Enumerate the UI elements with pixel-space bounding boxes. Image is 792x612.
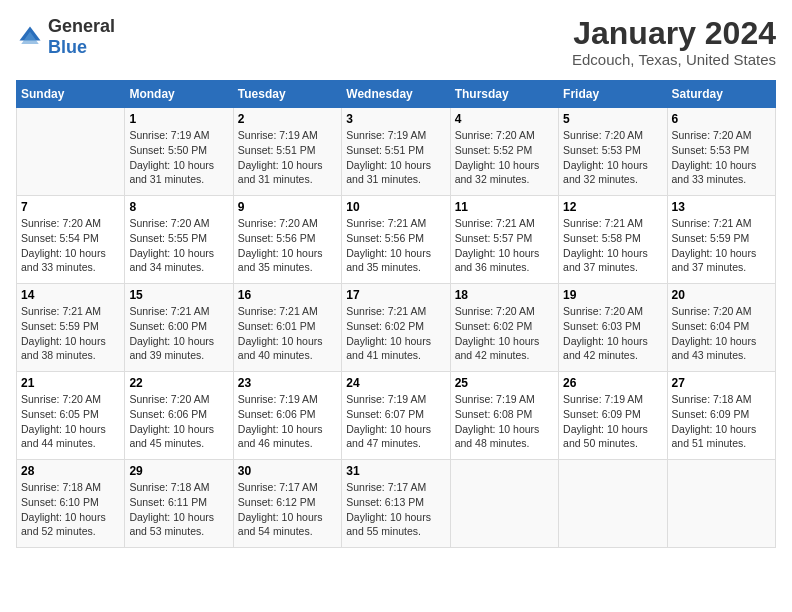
weekday-header-monday: Monday bbox=[125, 81, 233, 108]
day-detail: Sunrise: 7:20 AM Sunset: 5:53 PM Dayligh… bbox=[563, 128, 662, 187]
title-block: January 2024 Edcouch, Texas, United Stat… bbox=[572, 16, 776, 68]
calendar-table: SundayMondayTuesdayWednesdayThursdayFrid… bbox=[16, 80, 776, 548]
calendar-week-row: 7Sunrise: 7:20 AM Sunset: 5:54 PM Daylig… bbox=[17, 196, 776, 284]
day-number: 18 bbox=[455, 288, 554, 302]
day-number: 19 bbox=[563, 288, 662, 302]
day-number: 16 bbox=[238, 288, 337, 302]
day-detail: Sunrise: 7:19 AM Sunset: 6:07 PM Dayligh… bbox=[346, 392, 445, 451]
weekday-header-tuesday: Tuesday bbox=[233, 81, 341, 108]
day-detail: Sunrise: 7:20 AM Sunset: 6:03 PM Dayligh… bbox=[563, 304, 662, 363]
day-number: 7 bbox=[21, 200, 120, 214]
day-detail: Sunrise: 7:21 AM Sunset: 5:58 PM Dayligh… bbox=[563, 216, 662, 275]
day-number: 6 bbox=[672, 112, 771, 126]
day-detail: Sunrise: 7:19 AM Sunset: 5:50 PM Dayligh… bbox=[129, 128, 228, 187]
day-number: 28 bbox=[21, 464, 120, 478]
day-number: 23 bbox=[238, 376, 337, 390]
day-detail: Sunrise: 7:19 AM Sunset: 5:51 PM Dayligh… bbox=[346, 128, 445, 187]
main-title: January 2024 bbox=[572, 16, 776, 51]
day-number: 30 bbox=[238, 464, 337, 478]
calendar-cell: 16Sunrise: 7:21 AM Sunset: 6:01 PM Dayli… bbox=[233, 284, 341, 372]
day-number: 12 bbox=[563, 200, 662, 214]
calendar-cell: 23Sunrise: 7:19 AM Sunset: 6:06 PM Dayli… bbox=[233, 372, 341, 460]
day-detail: Sunrise: 7:21 AM Sunset: 6:01 PM Dayligh… bbox=[238, 304, 337, 363]
day-number: 17 bbox=[346, 288, 445, 302]
day-detail: Sunrise: 7:20 AM Sunset: 6:05 PM Dayligh… bbox=[21, 392, 120, 451]
calendar-cell: 2Sunrise: 7:19 AM Sunset: 5:51 PM Daylig… bbox=[233, 108, 341, 196]
calendar-cell: 7Sunrise: 7:20 AM Sunset: 5:54 PM Daylig… bbox=[17, 196, 125, 284]
day-number: 5 bbox=[563, 112, 662, 126]
day-number: 20 bbox=[672, 288, 771, 302]
day-number: 1 bbox=[129, 112, 228, 126]
calendar-body: 1Sunrise: 7:19 AM Sunset: 5:50 PM Daylig… bbox=[17, 108, 776, 548]
calendar-cell: 22Sunrise: 7:20 AM Sunset: 6:06 PM Dayli… bbox=[125, 372, 233, 460]
calendar-week-row: 28Sunrise: 7:18 AM Sunset: 6:10 PM Dayli… bbox=[17, 460, 776, 548]
day-detail: Sunrise: 7:20 AM Sunset: 5:55 PM Dayligh… bbox=[129, 216, 228, 275]
day-detail: Sunrise: 7:20 AM Sunset: 6:02 PM Dayligh… bbox=[455, 304, 554, 363]
day-number: 4 bbox=[455, 112, 554, 126]
calendar-cell: 28Sunrise: 7:18 AM Sunset: 6:10 PM Dayli… bbox=[17, 460, 125, 548]
calendar-cell bbox=[667, 460, 775, 548]
calendar-cell: 20Sunrise: 7:20 AM Sunset: 6:04 PM Dayli… bbox=[667, 284, 775, 372]
day-detail: Sunrise: 7:17 AM Sunset: 6:13 PM Dayligh… bbox=[346, 480, 445, 539]
calendar-cell: 30Sunrise: 7:17 AM Sunset: 6:12 PM Dayli… bbox=[233, 460, 341, 548]
day-detail: Sunrise: 7:18 AM Sunset: 6:10 PM Dayligh… bbox=[21, 480, 120, 539]
calendar-week-row: 21Sunrise: 7:20 AM Sunset: 6:05 PM Dayli… bbox=[17, 372, 776, 460]
calendar-cell: 13Sunrise: 7:21 AM Sunset: 5:59 PM Dayli… bbox=[667, 196, 775, 284]
calendar-cell: 15Sunrise: 7:21 AM Sunset: 6:00 PM Dayli… bbox=[125, 284, 233, 372]
day-detail: Sunrise: 7:20 AM Sunset: 5:53 PM Dayligh… bbox=[672, 128, 771, 187]
day-detail: Sunrise: 7:19 AM Sunset: 6:06 PM Dayligh… bbox=[238, 392, 337, 451]
day-number: 29 bbox=[129, 464, 228, 478]
calendar-cell: 4Sunrise: 7:20 AM Sunset: 5:52 PM Daylig… bbox=[450, 108, 558, 196]
calendar-cell: 29Sunrise: 7:18 AM Sunset: 6:11 PM Dayli… bbox=[125, 460, 233, 548]
day-detail: Sunrise: 7:21 AM Sunset: 6:02 PM Dayligh… bbox=[346, 304, 445, 363]
calendar-cell: 19Sunrise: 7:20 AM Sunset: 6:03 PM Dayli… bbox=[559, 284, 667, 372]
calendar-cell: 8Sunrise: 7:20 AM Sunset: 5:55 PM Daylig… bbox=[125, 196, 233, 284]
day-number: 24 bbox=[346, 376, 445, 390]
logo: General Blue bbox=[16, 16, 115, 58]
calendar-cell: 3Sunrise: 7:19 AM Sunset: 5:51 PM Daylig… bbox=[342, 108, 450, 196]
day-detail: Sunrise: 7:19 AM Sunset: 6:08 PM Dayligh… bbox=[455, 392, 554, 451]
calendar-cell: 5Sunrise: 7:20 AM Sunset: 5:53 PM Daylig… bbox=[559, 108, 667, 196]
calendar-cell bbox=[450, 460, 558, 548]
day-detail: Sunrise: 7:18 AM Sunset: 6:09 PM Dayligh… bbox=[672, 392, 771, 451]
day-number: 3 bbox=[346, 112, 445, 126]
weekday-header-thursday: Thursday bbox=[450, 81, 558, 108]
day-detail: Sunrise: 7:17 AM Sunset: 6:12 PM Dayligh… bbox=[238, 480, 337, 539]
day-number: 14 bbox=[21, 288, 120, 302]
logo-icon bbox=[16, 23, 44, 51]
weekday-header-row: SundayMondayTuesdayWednesdayThursdayFrid… bbox=[17, 81, 776, 108]
logo-text: General Blue bbox=[48, 16, 115, 58]
calendar-cell: 25Sunrise: 7:19 AM Sunset: 6:08 PM Dayli… bbox=[450, 372, 558, 460]
day-detail: Sunrise: 7:21 AM Sunset: 6:00 PM Dayligh… bbox=[129, 304, 228, 363]
day-detail: Sunrise: 7:19 AM Sunset: 5:51 PM Dayligh… bbox=[238, 128, 337, 187]
calendar-week-row: 14Sunrise: 7:21 AM Sunset: 5:59 PM Dayli… bbox=[17, 284, 776, 372]
weekday-header-friday: Friday bbox=[559, 81, 667, 108]
day-detail: Sunrise: 7:20 AM Sunset: 6:04 PM Dayligh… bbox=[672, 304, 771, 363]
day-detail: Sunrise: 7:21 AM Sunset: 5:56 PM Dayligh… bbox=[346, 216, 445, 275]
day-detail: Sunrise: 7:21 AM Sunset: 5:59 PM Dayligh… bbox=[21, 304, 120, 363]
calendar-cell: 11Sunrise: 7:21 AM Sunset: 5:57 PM Dayli… bbox=[450, 196, 558, 284]
day-number: 13 bbox=[672, 200, 771, 214]
weekday-header-saturday: Saturday bbox=[667, 81, 775, 108]
day-detail: Sunrise: 7:21 AM Sunset: 5:59 PM Dayligh… bbox=[672, 216, 771, 275]
calendar-week-row: 1Sunrise: 7:19 AM Sunset: 5:50 PM Daylig… bbox=[17, 108, 776, 196]
logo-general: General bbox=[48, 16, 115, 36]
day-number: 31 bbox=[346, 464, 445, 478]
calendar-cell: 26Sunrise: 7:19 AM Sunset: 6:09 PM Dayli… bbox=[559, 372, 667, 460]
day-number: 26 bbox=[563, 376, 662, 390]
day-detail: Sunrise: 7:19 AM Sunset: 6:09 PM Dayligh… bbox=[563, 392, 662, 451]
calendar-cell bbox=[559, 460, 667, 548]
day-number: 15 bbox=[129, 288, 228, 302]
calendar-cell: 12Sunrise: 7:21 AM Sunset: 5:58 PM Dayli… bbox=[559, 196, 667, 284]
day-number: 9 bbox=[238, 200, 337, 214]
day-number: 22 bbox=[129, 376, 228, 390]
calendar-header: SundayMondayTuesdayWednesdayThursdayFrid… bbox=[17, 81, 776, 108]
day-number: 2 bbox=[238, 112, 337, 126]
day-detail: Sunrise: 7:20 AM Sunset: 5:54 PM Dayligh… bbox=[21, 216, 120, 275]
day-detail: Sunrise: 7:18 AM Sunset: 6:11 PM Dayligh… bbox=[129, 480, 228, 539]
day-number: 25 bbox=[455, 376, 554, 390]
day-number: 10 bbox=[346, 200, 445, 214]
logo-blue: Blue bbox=[48, 37, 87, 57]
day-number: 11 bbox=[455, 200, 554, 214]
day-detail: Sunrise: 7:20 AM Sunset: 6:06 PM Dayligh… bbox=[129, 392, 228, 451]
